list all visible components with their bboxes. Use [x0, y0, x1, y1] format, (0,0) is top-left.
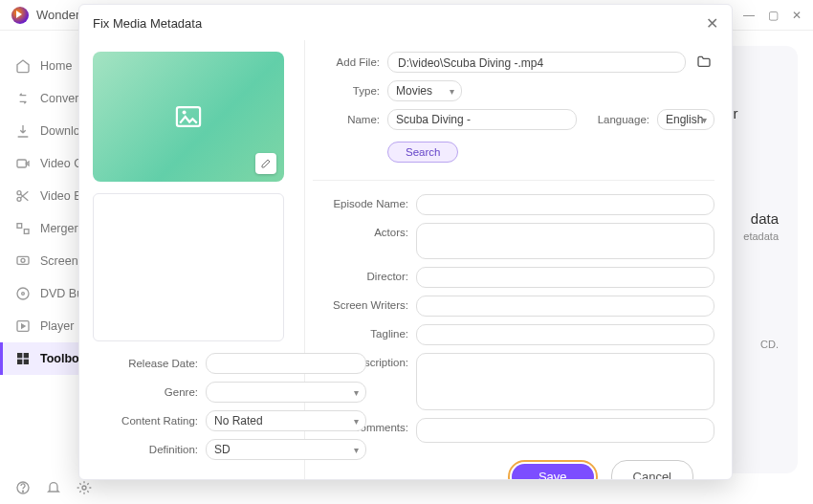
sidebar-item-label: Merger — [40, 222, 78, 235]
svg-rect-10 — [17, 353, 22, 358]
release-date-label: Release Date: — [93, 358, 198, 369]
tagline-label: Tagline: — [313, 324, 408, 340]
svg-point-15 — [22, 491, 23, 492]
director-label: Director: — [313, 267, 408, 282]
file-path-display: D:\video\Scuba Diving -.mp4 — [387, 52, 686, 73]
definition-label: Definition: — [93, 444, 198, 455]
genre-label: Genre: — [93, 386, 198, 398]
episode-name-label: Episode Name: — [313, 194, 408, 209]
grid-icon — [15, 351, 31, 366]
scissors-icon — [15, 188, 31, 204]
type-select[interactable] — [387, 80, 462, 101]
content-rating-select[interactable] — [206, 410, 366, 431]
genre-select[interactable] — [206, 382, 366, 403]
svg-point-8 — [22, 293, 25, 296]
minimize-button[interactable]: — — [743, 9, 755, 22]
svg-rect-4 — [24, 230, 29, 234]
settings-icon[interactable] — [77, 480, 92, 498]
save-button[interactable]: Save — [512, 464, 594, 479]
director-input[interactable] — [416, 267, 714, 288]
svg-point-7 — [17, 288, 29, 299]
right-panel: Add File: D:\video\Scuba Diving -.mp4 Ty… — [305, 40, 732, 479]
tagline-input[interactable] — [416, 324, 714, 345]
search-button[interactable]: Search — [387, 142, 458, 163]
sidebar-item-label: DVD Bu — [40, 287, 83, 300]
name-label: Name: — [313, 114, 380, 125]
type-label: Type: — [313, 85, 380, 97]
modal-title: Fix Media Metadata — [93, 16, 202, 31]
record-icon — [15, 253, 31, 269]
convert-icon — [15, 91, 31, 106]
app-logo — [11, 7, 29, 24]
language-select[interactable] — [657, 109, 714, 130]
comments-input[interactable] — [416, 418, 714, 443]
home-icon — [15, 58, 31, 74]
svg-rect-13 — [24, 360, 29, 364]
description-input[interactable] — [416, 353, 714, 410]
release-date-input[interactable] — [206, 353, 366, 374]
close-icon[interactable]: ✕ — [706, 14, 718, 33]
svg-point-16 — [82, 486, 86, 490]
language-label: Language: — [598, 114, 649, 125]
disc-icon — [15, 286, 31, 301]
svg-rect-12 — [17, 360, 22, 364]
browse-folder-button[interactable] — [693, 55, 714, 71]
close-window-button[interactable]: ✕ — [792, 9, 802, 22]
screen-writers-input[interactable] — [416, 296, 714, 317]
cancel-button[interactable]: Cancel — [611, 460, 693, 479]
image-icon — [175, 106, 202, 127]
screen-writers-label: Screen Writers: — [313, 296, 408, 311]
download-icon — [15, 123, 31, 139]
thumbnail-list[interactable] — [93, 193, 284, 341]
name-input[interactable] — [387, 109, 577, 130]
definition-select[interactable] — [206, 439, 366, 460]
svg-rect-0 — [17, 160, 26, 167]
svg-rect-11 — [24, 353, 29, 358]
episode-name-input[interactable] — [416, 194, 714, 215]
window-controls: — ▢ ✕ — [743, 9, 802, 22]
sidebar-item-label: Convert — [40, 92, 82, 105]
actors-label: Actors: — [313, 223, 408, 238]
sidebar-item-label: Player — [40, 319, 74, 333]
save-button-highlight: Save — [508, 460, 598, 479]
svg-rect-3 — [17, 224, 22, 229]
help-icon[interactable] — [15, 480, 31, 498]
content-rating-label: Content Rating: — [93, 415, 198, 427]
sidebar-item-label: Video C — [40, 157, 82, 170]
bell-icon[interactable] — [46, 480, 61, 498]
actors-input[interactable] — [416, 223, 714, 259]
separator — [313, 180, 714, 181]
sidebar-item-label: Home — [40, 59, 72, 73]
add-file-label: Add File: — [313, 56, 380, 68]
edit-cover-button[interactable] — [255, 153, 276, 174]
brand-text: Wonder — [36, 8, 79, 22]
play-icon — [15, 318, 31, 334]
left-panel: Release Date: Genre:▾ Content Rating:▾ D… — [79, 40, 305, 479]
svg-rect-5 — [17, 256, 29, 264]
fix-metadata-modal: Fix Media Metadata ✕ Release Date: Genre… — [78, 4, 733, 480]
svg-point-6 — [21, 258, 25, 262]
video-icon — [15, 156, 31, 171]
svg-point-18 — [183, 111, 187, 115]
merge-icon — [15, 221, 31, 236]
cover-preview[interactable] — [93, 52, 284, 182]
maximize-button[interactable]: ▢ — [768, 9, 779, 22]
